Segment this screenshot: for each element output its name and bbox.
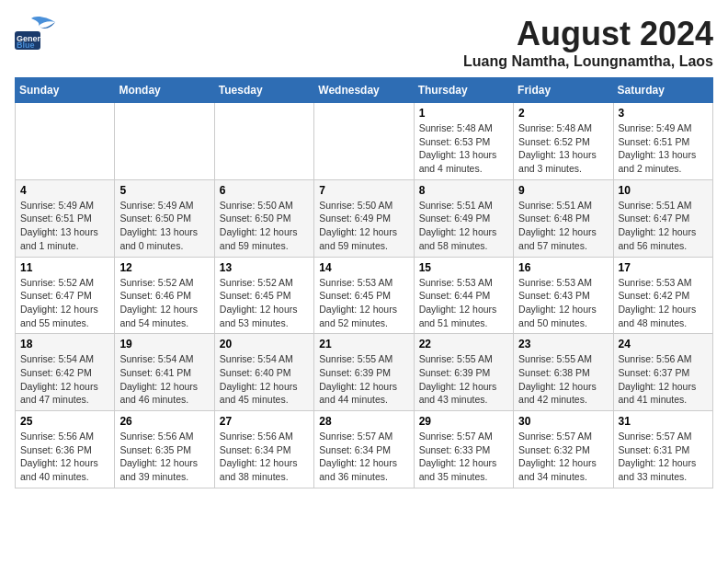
calendar-cell: 22Sunrise: 5:55 AM Sunset: 6:39 PM Dayli…	[414, 334, 513, 411]
calendar-week-4: 18Sunrise: 5:54 AM Sunset: 6:42 PM Dayli…	[16, 334, 713, 411]
day-number: 22	[419, 338, 508, 350]
calendar-cell: 20Sunrise: 5:54 AM Sunset: 6:40 PM Dayli…	[214, 334, 313, 411]
calendar-cell: 12Sunrise: 5:52 AM Sunset: 6:46 PM Dayli…	[115, 257, 214, 334]
calendar-cell: 21Sunrise: 5:55 AM Sunset: 6:39 PM Dayli…	[314, 334, 414, 411]
calendar-cell: 17Sunrise: 5:53 AM Sunset: 6:42 PM Dayli…	[613, 257, 712, 334]
day-number: 10	[619, 184, 708, 197]
day-info: Sunrise: 5:51 AM Sunset: 6:48 PM Dayligh…	[518, 199, 608, 253]
calendar-cell	[314, 103, 414, 180]
calendar-week-3: 11Sunrise: 5:52 AM Sunset: 6:47 PM Dayli…	[16, 257, 713, 334]
day-number: 30	[518, 415, 608, 428]
day-info: Sunrise: 5:49 AM Sunset: 6:50 PM Dayligh…	[119, 199, 209, 253]
day-number: 2	[518, 107, 608, 120]
title-area: August 2024 Luang Namtha, Loungnamtha, L…	[463, 15, 713, 70]
day-number: 15	[419, 261, 508, 274]
calendar-cell: 11Sunrise: 5:52 AM Sunset: 6:47 PM Dayli…	[16, 257, 115, 334]
calendar-header-row: Sunday Monday Tuesday Wednesday Thursday…	[16, 78, 713, 103]
day-info: Sunrise: 5:53 AM Sunset: 6:43 PM Dayligh…	[518, 276, 608, 330]
calendar-cell: 27Sunrise: 5:56 AM Sunset: 6:34 PM Dayli…	[214, 411, 313, 488]
day-number: 29	[419, 415, 508, 428]
day-info: Sunrise: 5:51 AM Sunset: 6:47 PM Dayligh…	[619, 199, 708, 253]
day-number: 31	[619, 415, 708, 428]
month-title: August 2024	[463, 15, 713, 53]
day-info: Sunrise: 5:49 AM Sunset: 6:51 PM Dayligh…	[20, 199, 109, 253]
calendar-cell: 14Sunrise: 5:53 AM Sunset: 6:45 PM Dayli…	[314, 257, 414, 334]
day-number: 9	[518, 184, 608, 197]
day-info: Sunrise: 5:50 AM Sunset: 6:50 PM Dayligh…	[220, 199, 309, 253]
calendar-week-5: 25Sunrise: 5:56 AM Sunset: 6:36 PM Dayli…	[16, 411, 713, 488]
page-header: General Blue August 2024 Luang Namtha, L…	[15, 15, 713, 70]
day-number: 19	[119, 338, 209, 350]
calendar-cell: 6Sunrise: 5:50 AM Sunset: 6:50 PM Daylig…	[214, 179, 313, 257]
calendar-cell: 30Sunrise: 5:57 AM Sunset: 6:32 PM Dayli…	[514, 411, 613, 488]
calendar-cell: 10Sunrise: 5:51 AM Sunset: 6:47 PM Dayli…	[613, 179, 712, 257]
day-info: Sunrise: 5:57 AM Sunset: 6:34 PM Dayligh…	[319, 430, 408, 484]
calendar-cell: 13Sunrise: 5:52 AM Sunset: 6:45 PM Dayli…	[214, 257, 313, 334]
day-number: 7	[319, 184, 408, 197]
calendar-cell: 8Sunrise: 5:51 AM Sunset: 6:49 PM Daylig…	[414, 179, 513, 257]
day-info: Sunrise: 5:52 AM Sunset: 6:46 PM Dayligh…	[119, 276, 209, 330]
day-number: 6	[220, 184, 309, 197]
logo-icon: General Blue	[15, 15, 55, 50]
day-info: Sunrise: 5:56 AM Sunset: 6:36 PM Dayligh…	[20, 430, 109, 484]
calendar-cell: 26Sunrise: 5:56 AM Sunset: 6:35 PM Dayli…	[115, 411, 214, 488]
calendar-cell: 25Sunrise: 5:56 AM Sunset: 6:36 PM Dayli…	[16, 411, 115, 488]
day-info: Sunrise: 5:55 AM Sunset: 6:39 PM Dayligh…	[319, 352, 408, 407]
calendar-cell: 9Sunrise: 5:51 AM Sunset: 6:48 PM Daylig…	[514, 179, 613, 257]
day-info: Sunrise: 5:55 AM Sunset: 6:38 PM Dayligh…	[518, 352, 608, 407]
day-number: 12	[119, 261, 209, 274]
day-number: 20	[220, 338, 309, 350]
day-info: Sunrise: 5:54 AM Sunset: 6:42 PM Dayligh…	[20, 352, 109, 407]
calendar-cell: 29Sunrise: 5:57 AM Sunset: 6:33 PM Dayli…	[414, 411, 513, 488]
calendar-cell: 23Sunrise: 5:55 AM Sunset: 6:38 PM Dayli…	[514, 334, 613, 411]
day-number: 5	[119, 184, 209, 197]
day-number: 1	[419, 107, 508, 120]
day-info: Sunrise: 5:57 AM Sunset: 6:32 PM Dayligh…	[518, 430, 608, 484]
day-info: Sunrise: 5:54 AM Sunset: 6:41 PM Dayligh…	[119, 352, 209, 407]
day-number: 23	[518, 338, 608, 350]
day-info: Sunrise: 5:48 AM Sunset: 6:52 PM Dayligh…	[518, 121, 608, 176]
calendar-cell: 18Sunrise: 5:54 AM Sunset: 6:42 PM Dayli…	[16, 334, 115, 411]
day-number: 8	[419, 184, 508, 197]
logo: General Blue	[15, 15, 55, 50]
day-info: Sunrise: 5:56 AM Sunset: 6:34 PM Dayligh…	[220, 430, 309, 484]
day-info: Sunrise: 5:55 AM Sunset: 6:39 PM Dayligh…	[419, 352, 508, 407]
day-info: Sunrise: 5:56 AM Sunset: 6:37 PM Dayligh…	[619, 352, 708, 407]
calendar-week-1: 1Sunrise: 5:48 AM Sunset: 6:53 PM Daylig…	[16, 103, 713, 180]
header-monday: Monday	[115, 78, 214, 103]
day-number: 28	[319, 415, 408, 428]
day-number: 4	[20, 184, 109, 197]
day-info: Sunrise: 5:51 AM Sunset: 6:49 PM Dayligh…	[419, 199, 508, 253]
day-info: Sunrise: 5:52 AM Sunset: 6:47 PM Dayligh…	[20, 276, 109, 330]
header-saturday: Saturday	[613, 78, 712, 103]
day-number: 17	[619, 261, 708, 274]
day-info: Sunrise: 5:53 AM Sunset: 6:45 PM Dayligh…	[319, 276, 408, 330]
header-thursday: Thursday	[414, 78, 513, 103]
day-info: Sunrise: 5:54 AM Sunset: 6:40 PM Dayligh…	[220, 352, 309, 407]
calendar-week-2: 4Sunrise: 5:49 AM Sunset: 6:51 PM Daylig…	[16, 179, 713, 257]
calendar-cell: 5Sunrise: 5:49 AM Sunset: 6:50 PM Daylig…	[115, 179, 214, 257]
calendar-table: Sunday Monday Tuesday Wednesday Thursday…	[15, 77, 713, 488]
calendar-cell: 15Sunrise: 5:53 AM Sunset: 6:44 PM Dayli…	[414, 257, 513, 334]
day-number: 16	[518, 261, 608, 274]
calendar-cell: 7Sunrise: 5:50 AM Sunset: 6:49 PM Daylig…	[314, 179, 414, 257]
day-info: Sunrise: 5:50 AM Sunset: 6:49 PM Dayligh…	[319, 199, 408, 253]
calendar-cell: 4Sunrise: 5:49 AM Sunset: 6:51 PM Daylig…	[16, 179, 115, 257]
day-info: Sunrise: 5:52 AM Sunset: 6:45 PM Dayligh…	[220, 276, 309, 330]
calendar-cell: 1Sunrise: 5:48 AM Sunset: 6:53 PM Daylig…	[414, 103, 513, 180]
calendar-cell: 31Sunrise: 5:57 AM Sunset: 6:31 PM Dayli…	[613, 411, 712, 488]
day-info: Sunrise: 5:57 AM Sunset: 6:33 PM Dayligh…	[419, 430, 508, 484]
header-friday: Friday	[514, 78, 613, 103]
day-number: 21	[319, 338, 408, 350]
day-number: 26	[119, 415, 209, 428]
day-number: 14	[319, 261, 408, 274]
calendar-cell: 24Sunrise: 5:56 AM Sunset: 6:37 PM Dayli…	[613, 334, 712, 411]
calendar-cell: 28Sunrise: 5:57 AM Sunset: 6:34 PM Dayli…	[314, 411, 414, 488]
calendar-cell: 16Sunrise: 5:53 AM Sunset: 6:43 PM Dayli…	[514, 257, 613, 334]
location-title: Luang Namtha, Loungnamtha, Laos	[463, 53, 713, 70]
header-sunday: Sunday	[16, 78, 115, 103]
day-info: Sunrise: 5:53 AM Sunset: 6:42 PM Dayligh…	[619, 276, 708, 330]
day-number: 13	[220, 261, 309, 274]
day-info: Sunrise: 5:49 AM Sunset: 6:51 PM Dayligh…	[619, 121, 708, 176]
header-tuesday: Tuesday	[214, 78, 313, 103]
